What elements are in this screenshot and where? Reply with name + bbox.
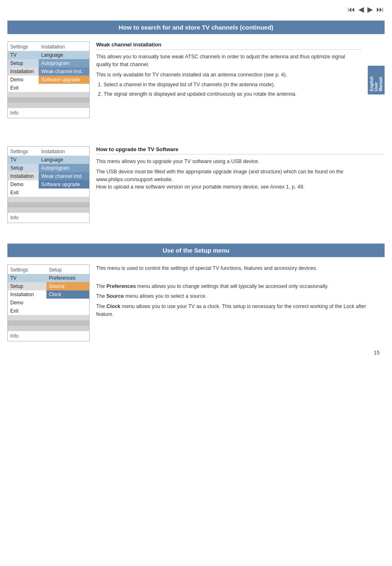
section1-desc-title: Weak channel installation [96,41,361,50]
menu-left-demo: Demo [8,76,39,84]
section1-para1: This allows you to manually tune weak AT… [96,53,361,69]
section3-header: Use of the Setup menu [7,244,385,257]
menu2-right-autoprogram: Autoprogram [39,164,89,172]
menu-row-tv[interactable]: TV Language [8,51,89,59]
menu3-right-source: Source [46,282,89,290]
menu2-right-exit [39,189,89,197]
menu-row-empty2 [8,97,89,103]
section2-content: Settings Installation TV Language Setup … [7,146,385,223]
menu3-right-preferences: Preferences [46,274,89,282]
menu-row-info: Info [8,108,89,118]
section1-para2: This is only available for TV channels i… [96,71,361,79]
menu-left-setup: Setup [8,59,39,67]
menu3-right-demo [46,299,89,307]
menu-row-setup[interactable]: Setup Autoprogram [8,59,89,67]
section3-desc-body: This menu is used to control the setting… [96,265,385,318]
menu-row-empty3 [8,103,89,108]
menu2-col2-header: Installation [39,147,89,156]
section3-para1: The Preferences menu allows you to chang… [96,283,385,290]
section2-desc-title: How to upgrade the TV Software [96,146,385,154]
menu3-row-empty1 [8,315,89,320]
menu-col2-header: Installation [39,42,89,51]
menu-right-exit [39,84,89,92]
menu3-row-setup[interactable]: Setup Source [8,282,89,290]
menu2-row-empty2 [8,202,89,207]
menu2-left-tv: TV [8,156,39,164]
menu-right-software: Software upgrade [39,76,89,84]
section3-para3: The Clock menu allows you to use your TV… [96,303,385,318]
menu2-right-language: Language [39,156,89,164]
menu2-row-info: Info [8,213,89,223]
menu3-row-empty2 [8,320,89,326]
menu3-row-exit[interactable]: Exit [8,307,89,315]
menu-left-tv: TV [8,51,39,59]
menu3-row-tv[interactable]: TV Preferences [8,274,89,282]
menu3-row-demo[interactable]: Demo [8,299,89,307]
side-label-english: EnglishUser Manual [368,66,385,94]
section2-desc: How to upgrade the TV Software This menu… [96,146,385,223]
nav-icons: ⏮ ◀ ▶ ⏭ [348,5,384,14]
menu2-right-weak: Weak channel inst. [39,172,89,180]
section2-desc-body: This menu allows you to upgrade your TV … [96,158,385,191]
menu3-left-demo: Demo [8,299,46,307]
menu2-row-demo[interactable]: Demo Software upgrade [8,180,89,189]
menu3-right-clock: Clock [46,290,89,299]
section1-desc: Weak channel installation This allows yo… [96,41,361,118]
menu3-right-exit [46,307,89,315]
nav-skip-back-icon[interactable]: ⏮ [348,5,355,14]
menu-row-installation[interactable]: Installation Weak channel inst. [8,67,89,76]
menu2-row-exit[interactable]: Exit [8,189,89,197]
section1-list-item2: The signal strength is displayed and upd… [104,90,361,98]
section3-para2: The Source menu allows you to select a s… [96,292,385,300]
menu2-row-empty1 [8,197,89,202]
menu2-col1-header: Settings [8,147,39,156]
menu2-row-setup[interactable]: Setup Autoprogram [8,164,89,172]
menu3-left-installation: Installation [8,290,46,299]
section1-list: Select a channel in the displayed list o… [104,81,361,98]
menu2-right-software: Software upgrade [39,180,89,189]
menu-right-language: Language [39,51,89,59]
menu3-row-installation[interactable]: Installation Clock [8,290,89,299]
menu2-left-demo: Demo [8,180,39,189]
section1-list-item1: Select a channel in the displayed list o… [104,81,361,89]
menu-row-empty1 [8,92,89,97]
menu-row-demo[interactable]: Demo Software upgrade [8,76,89,84]
section1-menu: Settings Installation TV Language Setup … [7,41,90,118]
section3-menu: Settings Setup TV Preferences Setup Sour… [7,265,90,341]
nav-skip-forward-icon[interactable]: ⏭ [376,5,384,14]
menu-col1-header: Settings [8,42,39,51]
section3-content: Settings Setup TV Preferences Setup Sour… [7,265,385,341]
menu-right-weak: Weak channel inst. [39,67,89,76]
nav-back-icon[interactable]: ◀ [358,5,364,14]
section3-intro: This menu is used to control the setting… [96,265,385,272]
menu3-left-setup: Setup [8,282,46,290]
section1-header: How to search for and store TV channels … [7,21,385,34]
menu-row-exit[interactable]: Exit [8,84,89,92]
menu2-left-exit: Exit [8,189,39,197]
menu2-header-row: Settings Installation [8,147,89,156]
section2-para1: This menu allows you to upgrade your TV … [96,158,385,166]
menu3-header-row: Settings Setup [8,265,89,274]
menu3-row-info: Info [8,331,89,341]
menu2-row-tv[interactable]: TV Language [8,156,89,164]
menu3-left-tv: TV [8,274,46,282]
menu-header-row: Settings Installation [8,42,89,51]
menu3-col2-header: Setup [46,265,89,274]
page-number: 15 [0,350,380,356]
section1-content: Settings Installation TV Language Setup … [7,41,385,118]
section1-desc-body: This allows you to manually tune weak AT… [96,53,361,98]
menu3-col1-header: Settings [8,265,46,274]
menu3-row-empty3 [8,326,89,331]
menu-left-installation: Installation [8,67,39,76]
menu2-left-installation: Installation [8,172,39,180]
section2-menu: Settings Installation TV Language Setup … [7,146,90,223]
menu2-left-setup: Setup [8,164,39,172]
section2-para2: The USB device must be filled with the a… [96,168,385,191]
menu2-row-empty3 [8,207,89,213]
menu3-left-exit: Exit [8,307,46,315]
menu-left-exit: Exit [8,84,39,92]
menu2-row-installation[interactable]: Installation Weak channel inst. [8,172,89,180]
nav-forward-icon[interactable]: ▶ [367,5,373,14]
section3-desc: This menu is used to control the setting… [96,265,385,341]
menu-right-autoprogram: Autoprogram [39,59,89,67]
